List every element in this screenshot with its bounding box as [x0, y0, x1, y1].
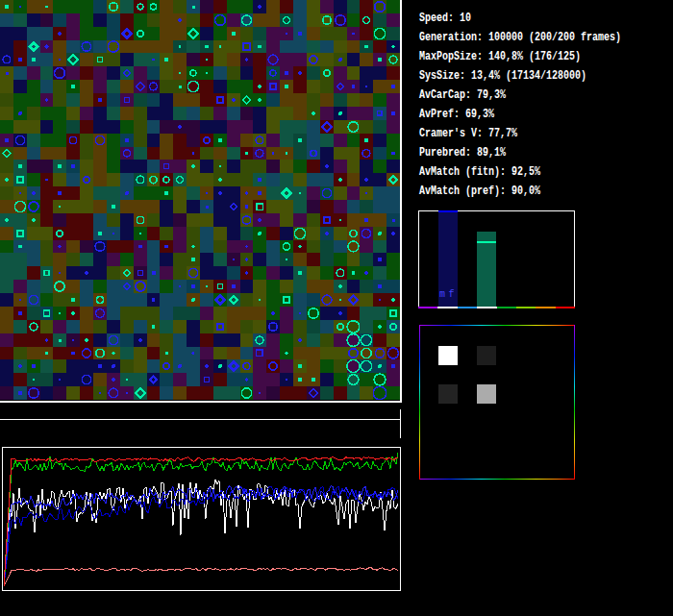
svg-text:MaxPopSize: 140,8% (176/125): MaxPopSize: 140,8% (176/125) [419, 49, 581, 63]
svg-text:SysSize: 13,4% (17134/128000): SysSize: 13,4% (17134/128000) [419, 68, 586, 83]
svg-text:f: f [449, 289, 455, 300]
svg-text:AvCarCap: 79,3%: AvCarCap: 79,3% [419, 87, 506, 102]
svg-text:AvPref: 69,3%: AvPref: 69,3% [419, 107, 494, 121]
svg-text:m: m [439, 289, 445, 300]
svg-text:Speed: 10: Speed: 10 [419, 11, 471, 25]
svg-text:AvMatch (pref): 90,0%: AvMatch (pref): 90,0% [419, 184, 540, 198]
svg-text:AvMatch (fitn): 92,5%: AvMatch (fitn): 92,5% [419, 164, 540, 179]
svg-text:Purebred: 89,1%: Purebred: 89,1% [419, 145, 506, 160]
svg-text:Cramer's V: 77,7%: Cramer's V: 77,7% [419, 126, 517, 140]
svg-text:Generation: 100000 (200/200 fr: Generation: 100000 (200/200 frames) [419, 30, 621, 44]
